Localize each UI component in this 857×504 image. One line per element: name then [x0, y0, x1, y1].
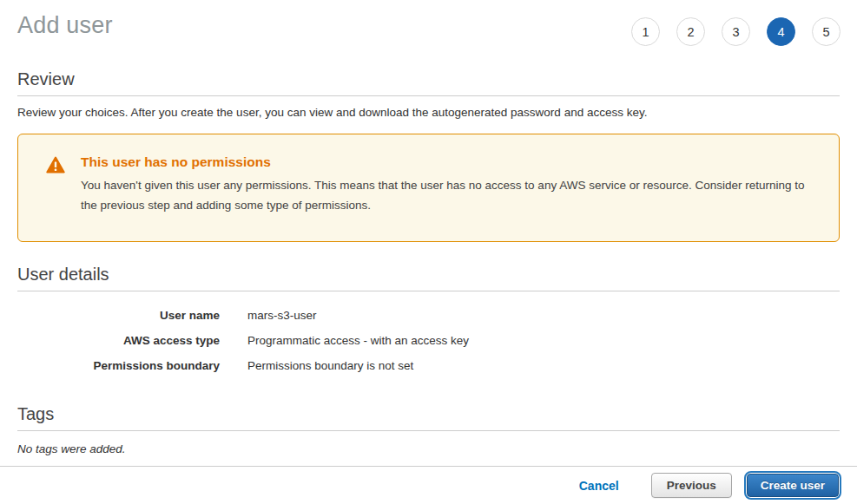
step-5: 5: [812, 17, 841, 46]
previous-button[interactable]: Previous: [651, 473, 732, 498]
detail-label: User name: [17, 309, 220, 322]
wizard-header: Add user 1 2 3 4 5: [0, 0, 857, 46]
warning-content: This user has no permissions You haven't…: [81, 154, 809, 216]
detail-row-access-type: AWS access type Programmatic access - wi…: [17, 328, 840, 353]
detail-value: mars-s3-user: [220, 309, 317, 322]
review-heading: Review: [17, 69, 840, 96]
detail-label: Permissions boundary: [17, 359, 220, 372]
create-user-button[interactable]: Create user: [747, 474, 839, 497]
detail-row-user-name: User name mars-s3-user: [17, 303, 840, 328]
cancel-button[interactable]: Cancel: [579, 479, 619, 493]
warning-body: You haven't given this user any permissi…: [81, 176, 809, 216]
user-details-heading: User details: [17, 265, 840, 291]
tags-empty-message: No tags were added.: [17, 442, 840, 455]
step-indicator: 1 2 3 4 5: [631, 17, 841, 46]
step-1: 1: [631, 17, 660, 46]
review-section: Review Review your choices. After you cr…: [17, 69, 840, 119]
no-permissions-warning: This user has no permissions You haven't…: [17, 134, 840, 242]
tags-section: Tags No tags were added.: [17, 404, 840, 455]
warning-triangle-icon: [46, 154, 81, 177]
detail-row-permissions-boundary: Permissions boundary Permissions boundar…: [17, 353, 840, 378]
detail-value: Programmatic access - with an access key: [220, 334, 469, 347]
detail-label: AWS access type: [17, 334, 220, 347]
wizard-footer: Cancel Previous Create user: [0, 466, 857, 504]
step-4-active: 4: [767, 17, 795, 46]
create-user-focus-ring: Create user: [744, 471, 841, 500]
tags-heading: Tags: [17, 404, 840, 431]
detail-value: Permissions boundary is not set: [220, 359, 413, 372]
page-title: Add user: [17, 12, 113, 39]
add-user-wizard-page: Add user 1 2 3 4 5 Review Review your ch…: [0, 0, 857, 504]
step-3: 3: [722, 17, 750, 46]
user-details-section: User details User name mars-s3-user AWS …: [17, 265, 840, 378]
step-2: 2: [676, 17, 705, 46]
warning-title: This user has no permissions: [81, 154, 809, 170]
user-details-rows: User name mars-s3-user AWS access type P…: [17, 303, 840, 378]
review-description: Review your choices. After you create th…: [17, 106, 840, 119]
